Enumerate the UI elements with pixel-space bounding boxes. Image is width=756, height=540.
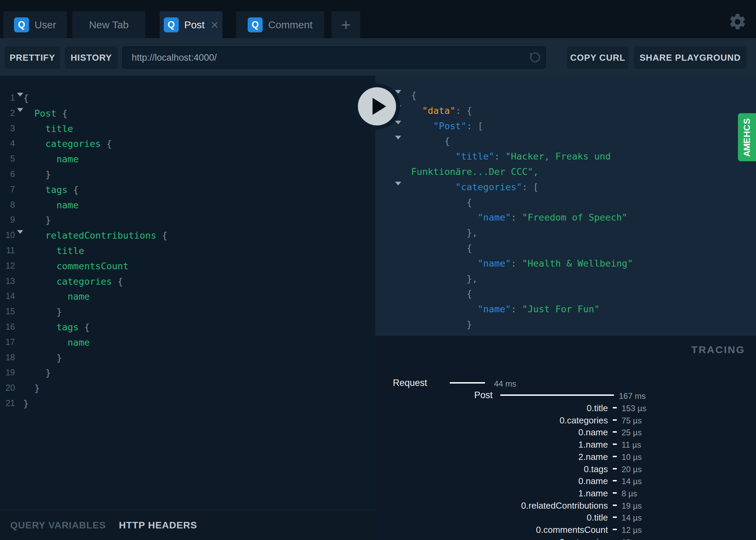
- trace-value: 25 µs: [622, 428, 642, 437]
- trace-dash: [613, 431, 617, 433]
- response-line: ]: [375, 332, 756, 336]
- add-tab-button[interactable]: +: [332, 11, 360, 38]
- http-headers-tab[interactable]: HTTP HEADERS: [119, 520, 197, 531]
- editor-line: 17name: [0, 335, 375, 350]
- code-text: ]: [411, 332, 756, 336]
- line-number: 16: [0, 322, 15, 332]
- schema-button-letter: C: [744, 124, 750, 131]
- code-text: relatedContributions {: [23, 228, 375, 243]
- line-number: 9: [0, 215, 15, 225]
- response-line: {: [375, 195, 756, 210]
- response-line: {: [375, 241, 756, 256]
- trace-label: 1.name: [578, 439, 608, 450]
- graphql-playground: Q User New Tab Q Post × Q Comment + PRET…: [0, 0, 756, 540]
- trace-value: 13 µs: [622, 538, 642, 540]
- fold-arrow-icon[interactable]: [17, 112, 23, 122]
- line-number: 15: [0, 306, 15, 316]
- fold-arrow-icon[interactable]: [395, 139, 401, 150]
- share-playground-button[interactable]: SHARE PLAYGROUND: [634, 46, 746, 69]
- trace-label: 0.categories: [559, 415, 608, 426]
- code-text: }: [23, 381, 375, 396]
- trace-label: 1.name: [578, 488, 608, 499]
- execute-button[interactable]: [354, 83, 400, 130]
- editor-line: 11title: [0, 243, 375, 259]
- trace-value: 153 µs: [622, 404, 646, 413]
- tab-post[interactable]: Q Post ×: [160, 11, 222, 38]
- editor-line: 2Post {: [0, 106, 375, 121]
- line-number: 3: [0, 123, 15, 133]
- trace-row: 0.relatedContributions19 µs: [375, 500, 756, 511]
- tab-user[interactable]: Q User: [3, 11, 67, 38]
- trace-label: 0.title: [587, 512, 608, 523]
- trace-row: 0.title153 µs: [375, 402, 756, 413]
- line-number: 6: [0, 169, 15, 179]
- code-text: {: [23, 91, 375, 106]
- trace-value: 10 µs: [622, 452, 642, 462]
- endpoint-input[interactable]: [122, 46, 546, 69]
- trace-row: 1.name11 µs: [375, 439, 756, 450]
- copy-curl-button[interactable]: COPY CURL: [567, 46, 628, 69]
- code-text: {: [411, 286, 756, 302]
- fold-arrow-icon[interactable]: [395, 124, 401, 135]
- history-button[interactable]: HISTORY: [65, 46, 118, 69]
- plus-icon: +: [341, 17, 351, 33]
- tab-label: Comment: [268, 19, 312, 31]
- trace-value: 167 ms: [619, 391, 646, 401]
- query-badge: Q: [14, 17, 29, 32]
- query-editor-lines: 1{2Post {3title4categories {5name6}7tags…: [0, 91, 375, 411]
- trace-label: 0.tags: [584, 464, 608, 475]
- response-line: "categories": [: [375, 180, 756, 195]
- editor-line: 13categories {: [0, 274, 375, 289]
- trace-label: 0.name: [578, 427, 608, 438]
- code-text: commentsCount: [23, 259, 375, 274]
- response-line: Funktionäre...Der CCC",: [375, 164, 756, 180]
- editor-line: 8name: [0, 198, 375, 213]
- fold-arrow-icon[interactable]: [17, 96, 23, 107]
- code-text: "name": "Just For Fun": [411, 302, 756, 317]
- trace-bar: [450, 382, 485, 384]
- prettify-button[interactable]: PRETTIFY: [5, 46, 60, 69]
- schema-button-letter: E: [744, 137, 750, 143]
- trace-value: 11 µs: [622, 440, 641, 450]
- code-text: {: [411, 241, 756, 256]
- fold-arrow-icon[interactable]: [395, 185, 401, 196]
- schema-button-letter: M: [744, 143, 750, 151]
- editor-line: 4categories {: [0, 136, 375, 152]
- settings-gear-icon[interactable]: [728, 12, 747, 31]
- code-text: name: [23, 289, 375, 304]
- schema-side-button[interactable]: SCHEMA: [738, 113, 756, 161]
- response-line: "data": {: [375, 103, 756, 119]
- trace-value: 44 ms: [494, 379, 516, 389]
- trace-bar: [500, 394, 614, 396]
- trace-label: 0.categories: [559, 537, 608, 540]
- code-text: Post {: [23, 106, 375, 121]
- trace-row: 0.title14 µs: [375, 512, 756, 523]
- query-editor[interactable]: 1{2Post {3title4categories {5name6}7tags…: [0, 76, 375, 510]
- response-line: "title": "Hacker, Freaks und: [375, 149, 756, 164]
- tab-new-tab[interactable]: New Tab: [72, 11, 145, 38]
- line-number: 21: [0, 398, 15, 408]
- schema-button-letter: H: [744, 131, 750, 137]
- trace-dash: [613, 456, 617, 457]
- trace-value: 14 µs: [622, 513, 642, 523]
- code-text: }: [23, 350, 375, 366]
- tab-comment[interactable]: Q Comment: [236, 11, 324, 38]
- code-text: name: [23, 152, 375, 167]
- trace-row: 0.tags20 µs: [375, 463, 756, 474]
- trace-dash: [613, 492, 617, 494]
- query-variables-tab[interactable]: QUERY VARIABLES: [10, 520, 106, 531]
- reload-schema-icon[interactable]: [527, 50, 541, 65]
- response-line: "name": "Health & Wellbeing": [375, 256, 756, 271]
- editor-line: 15}: [0, 304, 375, 320]
- tab-label: User: [34, 19, 56, 31]
- trace-row: 0.commentsCount12 µs: [375, 524, 756, 535]
- trace-row: 0.name14 µs: [375, 475, 756, 486]
- fold-arrow-icon[interactable]: [17, 234, 23, 244]
- close-tab-icon[interactable]: ×: [211, 18, 218, 31]
- response-line: },: [375, 271, 756, 287]
- code-text: "name": "Freedom of Speech": [411, 210, 756, 225]
- response-line: {: [375, 134, 756, 149]
- response-lines: {"data": {"Post": [{"title": "Hacker, Fr…: [375, 88, 756, 336]
- line-number: 17: [0, 337, 15, 347]
- line-number: 13: [0, 276, 15, 286]
